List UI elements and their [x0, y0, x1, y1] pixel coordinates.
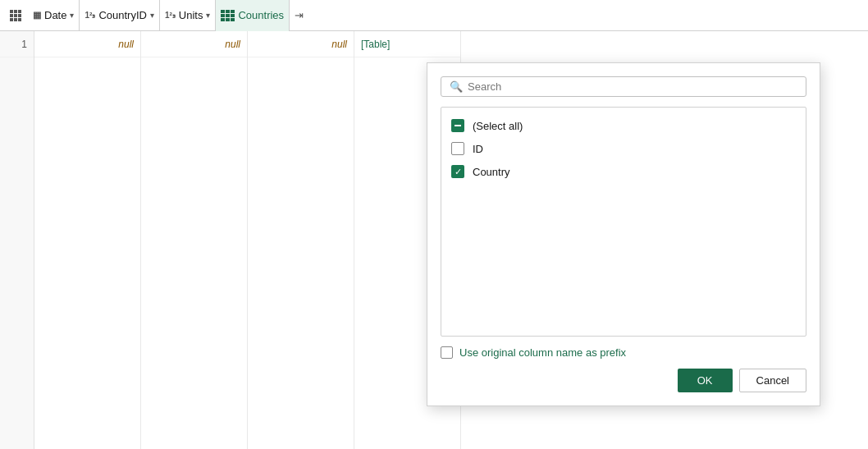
country-id-cell-1: null [141, 31, 247, 57]
col-header-date[interactable]: ▦ Date ▾ [28, 0, 80, 31]
col-units-label: Units [179, 9, 203, 21]
select-all-checkbox[interactable] [451, 119, 464, 132]
grid-icon [10, 10, 21, 21]
id-col-item[interactable]: ID [441, 137, 806, 160]
country-checkbox[interactable]: ✓ [451, 165, 464, 178]
country-col-label: Country [473, 166, 510, 178]
countries-cell-1: [Table] [354, 31, 460, 57]
prefix-checkbox[interactable] [441, 346, 453, 359]
date-cell-1: null [34, 31, 140, 57]
country-id-type-icon: 1²₃ [85, 11, 95, 20]
search-icon: 🔍 [450, 80, 463, 93]
table-area: 1 null null null [Table] 🔍 [0, 31, 868, 449]
countries-table-icon [221, 10, 235, 21]
row-number-1: 1 [0, 31, 34, 57]
col-header-country-id[interactable]: 1²₃ CountryID ▾ [80, 0, 159, 31]
col-countries-label: Countries [238, 9, 284, 21]
select-all-item[interactable]: (Select all) [441, 114, 806, 137]
expand-columns-dialog: 🔍 (Select all) ID ✓ Country [427, 62, 820, 406]
date-type-icon: ▦ [33, 10, 41, 21]
col-header-units[interactable]: 1²₃ Units ▾ [160, 0, 217, 31]
id-col-label: ID [473, 143, 483, 155]
grid-view-button[interactable] [3, 3, 28, 28]
date-data-column: null [34, 31, 141, 449]
col-country-id-label: CountryID [98, 9, 147, 21]
search-input[interactable] [468, 80, 797, 93]
cancel-button[interactable]: Cancel [739, 369, 806, 392]
select-all-label: (Select all) [473, 120, 523, 132]
date-dropdown-arrow[interactable]: ▾ [70, 11, 74, 20]
checkmark-icon: ✓ [455, 167, 462, 176]
units-data-column: null [248, 31, 354, 449]
dialog-footer: OK Cancel [441, 369, 806, 392]
col-date-label: Date [44, 9, 66, 21]
prefix-label: Use original column name as prefix [459, 346, 626, 359]
row-number-column: 1 [0, 31, 34, 449]
search-container: 🔍 [441, 76, 806, 97]
country-col-item[interactable]: ✓ Country [441, 160, 806, 183]
ok-button[interactable]: OK [678, 369, 733, 392]
id-checkbox[interactable] [451, 142, 464, 155]
prefix-row: Use original column name as prefix [441, 346, 806, 359]
expand-button[interactable]: ⇥ [290, 9, 308, 21]
units-cell-1: null [248, 31, 354, 57]
partial-indicator [455, 125, 461, 126]
country-id-dropdown-arrow[interactable]: ▾ [150, 11, 154, 20]
country-id-data-column: null [141, 31, 248, 449]
col-header-countries[interactable]: Countries [216, 0, 290, 31]
units-type-icon: 1²₃ [165, 11, 176, 20]
column-checkbox-list: (Select all) ID ✓ Country [441, 107, 806, 337]
header-bar: ▦ Date ▾ 1²₃ CountryID ▾ 1²₃ Units ▾ Cou… [0, 0, 868, 31]
units-dropdown-arrow[interactable]: ▾ [206, 11, 210, 20]
